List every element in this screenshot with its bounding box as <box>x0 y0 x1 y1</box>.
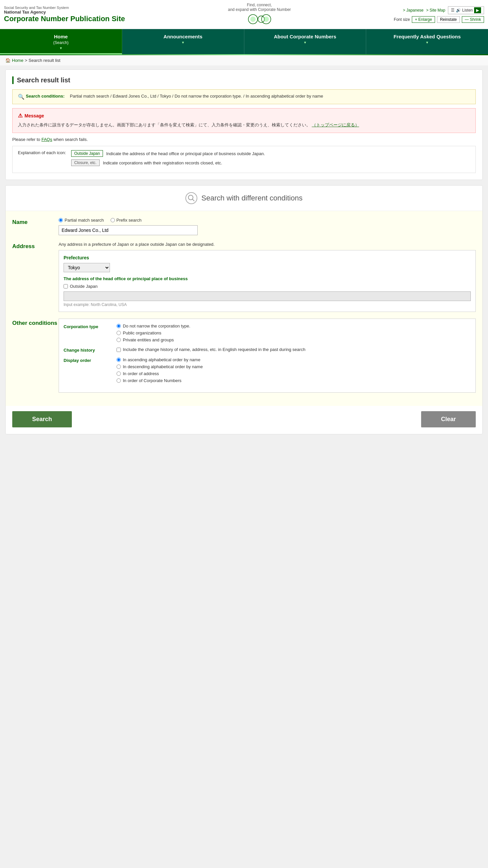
display-order-options: In ascending alphabetical order by name … <box>117 357 471 383</box>
message-title: ⚠ Message <box>18 113 470 119</box>
corp-type-option-1[interactable]: Public organizations <box>117 331 471 335</box>
font-size-controls: Font size + Enlarge Reinstate — Shrink <box>394 16 484 23</box>
breadcrumb-current: Search result list <box>28 58 60 63</box>
listen-label: Listen <box>462 8 473 12</box>
header-links: Japanese Site Map ☰ 🔊 Listen ▶ <box>394 6 484 14</box>
faq-note: Please refer to FAQs when search fails. <box>12 137 476 142</box>
home-icon: 🏠 <box>5 58 10 63</box>
conditions-value: Partial match search / Edward Jones Co.,… <box>70 94 323 100</box>
other-conditions-section: Other conditions Corporation type Do not… <box>12 318 476 393</box>
display-order-option-3[interactable]: In order of Corporate Numbers <box>117 378 471 383</box>
top-page-link[interactable]: （トップページに戻る） <box>312 122 359 127</box>
display-order-option-0[interactable]: In ascending alphabetical order by name <box>117 357 471 362</box>
partial-match-radio[interactable] <box>59 218 63 222</box>
main-content: Search result list 🔍 Search conditions: … <box>0 65 488 443</box>
other-conditions-label: Other conditions <box>12 318 59 393</box>
play-button[interactable]: ▶ <box>474 7 481 13</box>
name-section: Name Partial match search Prefix search <box>12 218 476 235</box>
display-order-option-2[interactable]: In order of address <box>117 371 471 376</box>
corp-type-radio-0[interactable] <box>117 324 121 328</box>
listen-button[interactable]: ☰ 🔊 Listen ▶ <box>448 6 484 14</box>
search-form-header: Search with different conditions <box>6 186 482 211</box>
display-order-radio-2[interactable] <box>117 371 121 376</box>
nav-announcements-label: Announcements <box>164 34 203 39</box>
outside-japan-desc: Indicate the address of the head office … <box>106 151 265 156</box>
reinstate-button[interactable]: Reinstate <box>437 16 460 23</box>
partial-match-label[interactable]: Partial match search <box>59 218 104 223</box>
display-order-option-1[interactable]: In descending alphabetical order by name <box>117 364 471 369</box>
outside-japan-checkbox-label: Outside Japan <box>70 284 98 289</box>
outside-japan-checkbox-row: Outside Japan <box>63 284 471 289</box>
corp-type-option-0[interactable]: Do not narrow the corporation type. <box>117 323 471 329</box>
display-order-row: Display order In ascending alphabetical … <box>63 357 471 383</box>
enlarge-button[interactable]: + Enlarge <box>412 16 435 23</box>
change-history-option[interactable]: Include the change history of name, addr… <box>117 347 471 352</box>
corporation-type-label: Corporation type <box>63 323 110 342</box>
nav-faq-arrow: ▼ <box>369 41 485 44</box>
nav-faq[interactable]: Frequently Asked Questions ▼ <box>366 29 488 54</box>
japanese-link[interactable]: Japanese <box>403 8 424 12</box>
nav-home[interactable]: Home (Search) ▼ <box>0 29 122 54</box>
corp-type-radio-2[interactable] <box>117 338 121 342</box>
prefix-search-label[interactable]: Prefix search <box>111 218 142 223</box>
svg-point-1 <box>250 17 256 22</box>
search-button[interactable]: Search <box>12 411 72 427</box>
corp-type-option-2[interactable]: Private entities and groups <box>117 337 471 342</box>
result-title: Search result list <box>12 76 476 84</box>
main-nav: Home (Search) ▼ Announcements ▼ About Co… <box>0 29 488 54</box>
search-magnifier-icon <box>185 192 197 204</box>
nav-announcements[interactable]: Announcements ▼ <box>122 29 244 54</box>
tagline-line1: Find, connect, <box>228 3 291 7</box>
change-history-content: Include the change history of name, addr… <box>117 347 471 352</box>
address-label: Address <box>12 242 59 312</box>
sitemap-link[interactable]: Site Map <box>426 8 445 12</box>
search-form-body: Name Partial match search Prefix search <box>6 211 482 406</box>
breadcrumb-home[interactable]: Home <box>12 58 24 63</box>
header-right: Japanese Site Map ☰ 🔊 Listen ▶ Font size… <box>394 6 484 23</box>
search-icon-small: 🔍 <box>18 94 25 100</box>
agency-small: Social Security and Tax Number System <box>4 6 125 9</box>
display-order-radio-0[interactable] <box>117 358 121 362</box>
warning-icon: ⚠ <box>18 113 23 119</box>
prefecture-select[interactable]: Tokyo <box>63 263 110 272</box>
nav-about[interactable]: About Corporate Numbers ▼ <box>244 29 367 54</box>
closure-desc: Indicate corporations with their registr… <box>103 160 223 165</box>
nav-about-arrow: ▼ <box>247 41 364 44</box>
clear-button[interactable]: Clear <box>421 411 476 427</box>
menu-icon: ☰ <box>451 8 455 12</box>
name-input[interactable] <box>59 225 198 235</box>
search-type-row: Partial match search Prefix search <box>59 218 476 223</box>
message-body: 入力された条件に該当するデータが存在しません。画面下部にあります「条件を変えて検… <box>18 121 470 129</box>
conditions-label: 🔍 Search conditions: <box>18 94 64 100</box>
tagline-line2: and expand with Corporate Number <box>228 7 291 12</box>
shrink-button[interactable]: — Shrink <box>462 16 484 23</box>
nav-about-label: About Corporate Numbers <box>274 34 336 39</box>
agency-mid: National Tax Agency <box>4 9 125 14</box>
corp-type-radio-1[interactable] <box>117 331 121 335</box>
closure-row: Closure, etc. Indicate corporations with… <box>71 159 265 166</box>
header-left: Social Security and Tax Number System Na… <box>4 6 125 23</box>
prefix-search-radio[interactable] <box>111 218 115 222</box>
icon-explanation: Explanation of each icon: Outside Japan … <box>12 146 476 173</box>
message-box: ⚠ Message 入力された条件に該当するデータが存在しません。画面下部にあり… <box>12 108 476 133</box>
search-form-title: Search with different conditions <box>201 194 302 203</box>
closure-badge: Closure, etc. <box>71 159 99 166</box>
address-input[interactable] <box>63 291 471 301</box>
outside-japan-checkbox[interactable] <box>63 284 68 288</box>
breadcrumb-separator: > <box>25 58 27 63</box>
name-content: Partial match search Prefix search <box>59 218 476 235</box>
other-section: Corporation type Do not narrow the corpo… <box>59 318 476 393</box>
change-history-checkbox[interactable] <box>117 348 121 352</box>
other-conditions-content: Corporation type Do not narrow the corpo… <box>59 318 476 393</box>
display-order-radio-3[interactable] <box>117 378 121 383</box>
search-form-card: Search with different conditions Name Pa… <box>5 185 483 434</box>
change-history-row: Change history Include the change histor… <box>63 347 471 352</box>
svg-line-6 <box>192 199 194 201</box>
partial-match-text: Partial match search <box>64 218 104 223</box>
address-section: Address Any address in a prefecture of J… <box>12 242 476 312</box>
corporation-type-row: Corporation type Do not narrow the corpo… <box>63 323 471 342</box>
display-order-radio-1[interactable] <box>117 365 121 369</box>
corporation-type-options: Do not narrow the corporation type. Publ… <box>117 323 471 342</box>
faqs-link[interactable]: FAQs <box>41 137 52 142</box>
address-note: Any address in a prefecture of Japan or … <box>59 242 476 247</box>
